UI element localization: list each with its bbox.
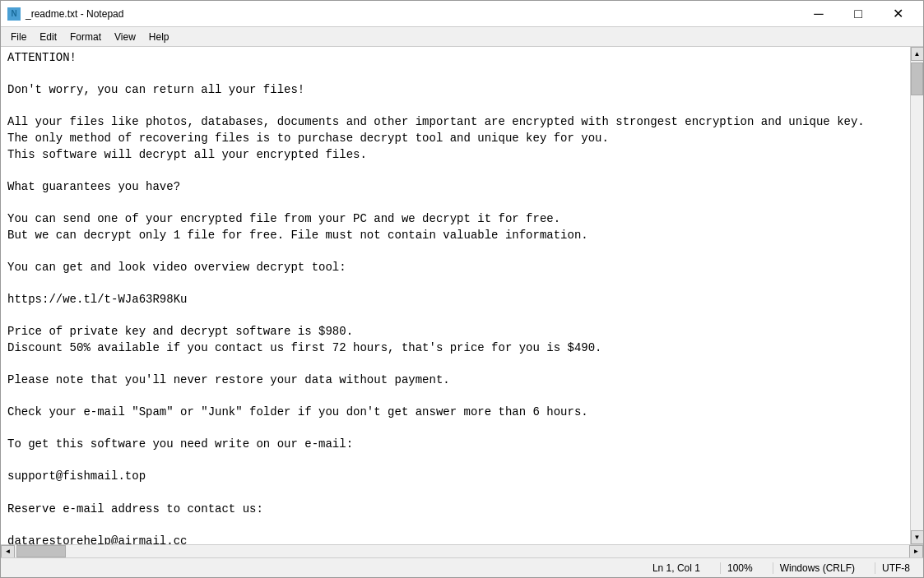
- scroll-track-y[interactable]: [911, 61, 923, 530]
- scroll-right-button[interactable]: ►: [909, 545, 923, 558]
- menu-view[interactable]: View: [108, 27, 142, 46]
- menu-bar: File Edit Format View Help: [1, 27, 923, 47]
- scroll-up-button[interactable]: ▲: [911, 47, 924, 61]
- vertical-scrollbar[interactable]: ▲ ▼: [910, 47, 923, 544]
- title-bar: N _readme.txt - Notepad ─ □ ✕: [1, 1, 923, 27]
- cursor-position: Ln 1, Col 1: [646, 562, 707, 574]
- horizontal-scrollbar[interactable]: ◄ ►: [1, 544, 923, 557]
- encoding: UTF-8: [875, 562, 917, 574]
- scroll-track-x[interactable]: [15, 545, 909, 557]
- menu-format[interactable]: Format: [63, 27, 108, 46]
- scroll-down-button[interactable]: ▼: [911, 530, 924, 544]
- window-title: _readme.txt - Notepad: [26, 8, 800, 20]
- app-icon: N: [7, 7, 21, 21]
- menu-file[interactable]: File: [4, 27, 33, 46]
- text-content[interactable]: ATTENTION! Don't worry, you can return a…: [1, 47, 910, 544]
- menu-edit[interactable]: Edit: [33, 27, 63, 46]
- menu-help[interactable]: Help: [142, 27, 176, 46]
- editor-area: ATTENTION! Don't worry, you can return a…: [1, 47, 923, 544]
- minimize-button[interactable]: ─: [800, 1, 838, 27]
- notepad-window: N _readme.txt - Notepad ─ □ ✕ File Edit …: [0, 0, 924, 578]
- scroll-thumb-y[interactable]: [911, 62, 923, 95]
- window-controls: ─ □ ✕: [800, 1, 917, 27]
- scroll-thumb-x[interactable]: [16, 545, 66, 557]
- zoom-level: 100%: [720, 562, 759, 574]
- close-button[interactable]: ✕: [879, 1, 917, 27]
- line-ending: Windows (CRLF): [773, 562, 861, 574]
- scroll-left-button[interactable]: ◄: [1, 545, 15, 558]
- maximize-button[interactable]: □: [839, 1, 877, 27]
- status-bar: Ln 1, Col 1 100% Windows (CRLF) UTF-8: [1, 557, 923, 577]
